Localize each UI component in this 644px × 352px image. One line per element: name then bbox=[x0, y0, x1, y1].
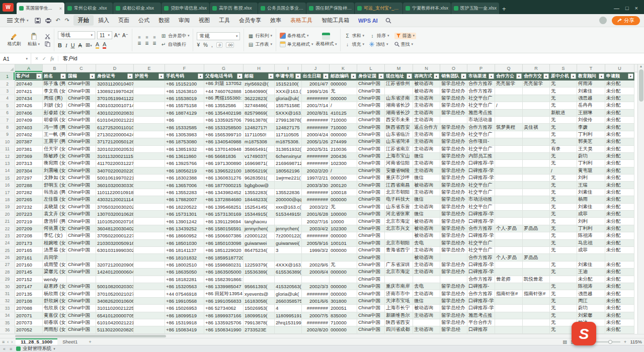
cell[interactable]: 刘晨曦 (女 bbox=[43, 167, 67, 174]
user-avatar[interactable] bbox=[599, 17, 607, 24]
cell[interactable]: 15152100( bbox=[275, 80, 302, 87]
header-cell[interactable]: 护照号▾ bbox=[134, 72, 165, 80]
cell[interactable]: 207369 bbox=[15, 153, 43, 160]
cell[interactable] bbox=[523, 87, 550, 95]
cell[interactable]: ziyi5692@( bbox=[244, 80, 275, 87]
cell[interactable]: 留学总经办 bbox=[440, 261, 467, 269]
cell[interactable]: ######## bbox=[302, 196, 330, 203]
cell[interactable]: 王丽琳 bbox=[577, 110, 605, 117]
cell[interactable]: 无 bbox=[550, 153, 577, 160]
cell[interactable]: 杨欣雨 (女 bbox=[43, 290, 67, 297]
menu-tab[interactable]: 视图 bbox=[194, 15, 214, 26]
cell[interactable]: 207219 bbox=[15, 218, 43, 225]
column-header[interactable]: B bbox=[43, 64, 67, 72]
cell[interactable] bbox=[134, 247, 165, 254]
cell[interactable]: 四川省成都 bbox=[385, 326, 413, 333]
cell[interactable]: 无 bbox=[550, 204, 577, 211]
cell[interactable]: 丁利利 bbox=[577, 225, 605, 232]
cell[interactable]: 刘俊伶 bbox=[577, 117, 605, 124]
cell[interactable]: 615536389( bbox=[275, 269, 302, 276]
cell[interactable]: 西安市未来 bbox=[385, 117, 413, 124]
row-number[interactable]: 12 bbox=[0, 153, 15, 160]
cell[interactable] bbox=[605, 254, 634, 261]
column-header[interactable]: U bbox=[605, 64, 634, 72]
cell[interactable] bbox=[495, 146, 523, 153]
cell[interactable]: 210036 bbox=[330, 146, 357, 153]
cell[interactable]: 000000 bbox=[330, 80, 357, 87]
cell[interactable]: +86 19910568 bbox=[165, 298, 204, 305]
cell[interactable]: China中国 bbox=[67, 153, 96, 160]
cell[interactable] bbox=[134, 117, 165, 124]
cell[interactable]: +86 1506607386 bbox=[204, 232, 244, 239]
cell[interactable]: China中国 bbox=[67, 87, 96, 95]
row-number[interactable]: 14 bbox=[0, 167, 15, 174]
cell[interactable]: m1875308. bbox=[275, 138, 302, 145]
cell[interactable]: +86 1877000215 bbox=[204, 182, 244, 189]
cell[interactable]: 无 bbox=[550, 80, 577, 87]
cell[interactable]: 无 bbox=[550, 189, 577, 196]
cell[interactable]: 000000 bbox=[330, 269, 357, 276]
cell[interactable]: 社交平台广 bbox=[467, 240, 495, 247]
cell[interactable]: +86 13053983 bbox=[165, 131, 204, 138]
cell[interactable]: 桂婉唯 (女 bbox=[43, 240, 67, 247]
cell[interactable]: 去电 bbox=[413, 283, 440, 290]
cell[interactable]: 留学总经办 bbox=[440, 269, 467, 276]
cell[interactable]: 留学总经办 bbox=[440, 225, 467, 232]
cell[interactable]: 411702200312270822 bbox=[96, 160, 134, 167]
cell[interactable]: China中国 bbox=[357, 211, 385, 218]
search-icon[interactable] bbox=[385, 18, 391, 24]
cell[interactable]: 15536389( bbox=[244, 269, 275, 276]
cell[interactable]: 被动咨询 bbox=[413, 87, 440, 95]
cell[interactable]: China中国 bbox=[357, 326, 385, 333]
cell[interactable]: 主动咨询 bbox=[413, 95, 440, 102]
filter-button[interactable]: ▾ bbox=[198, 73, 203, 79]
cell[interactable]: 110112200109181419 bbox=[96, 189, 134, 196]
cell[interactable]: 主动咨询 bbox=[413, 269, 440, 276]
format-painter-button[interactable]: 格式刷 bbox=[6, 33, 23, 47]
cell[interactable] bbox=[134, 319, 165, 326]
cell[interactable]: 吴晓慧 (女 bbox=[43, 204, 67, 211]
cell[interactable]: China中国 bbox=[67, 319, 96, 326]
cell[interactable] bbox=[523, 146, 550, 153]
cell[interactable]: 654101200007050581 bbox=[96, 312, 134, 319]
cell[interactable]: 180562196 bbox=[275, 167, 302, 174]
cell[interactable]: 612725200110100019 bbox=[96, 124, 134, 131]
underline-icon[interactable]: U bbox=[71, 42, 75, 48]
cell[interactable] bbox=[134, 196, 165, 203]
cell[interactable] bbox=[96, 254, 134, 261]
cell[interactable] bbox=[244, 254, 275, 261]
cell[interactable]: 000000 bbox=[330, 174, 357, 182]
cell[interactable]: 主动咨询 bbox=[413, 131, 440, 138]
cell[interactable]: 留学总经办 bbox=[440, 131, 467, 138]
cell[interactable]: 207161 bbox=[15, 254, 43, 261]
cell[interactable] bbox=[134, 326, 165, 333]
cell[interactable] bbox=[495, 117, 523, 124]
cell[interactable]: 未分配 bbox=[605, 138, 634, 145]
cell[interactable]: 未分配 bbox=[605, 326, 634, 333]
cell[interactable] bbox=[495, 261, 523, 269]
cell[interactable]: 上海市宝山 bbox=[385, 153, 413, 160]
cell[interactable]: 胡睿琪 (女 bbox=[43, 117, 67, 124]
cell[interactable]: China中国 bbox=[67, 131, 96, 138]
filter-button[interactable]: ▾ bbox=[543, 73, 549, 79]
cell[interactable]: 亮亮留学 bbox=[523, 80, 550, 87]
cell[interactable]: 710000 bbox=[330, 124, 357, 131]
cell[interactable]: 35865491( bbox=[244, 146, 275, 153]
filter-button[interactable]: ▾ bbox=[571, 73, 576, 79]
cell[interactable]: 上海市长宁 bbox=[385, 305, 413, 312]
cell[interactable]: +86 15152100 bbox=[165, 80, 204, 87]
cell[interactable]: 社交平台广 bbox=[467, 95, 495, 102]
cell[interactable]: jennychen( bbox=[275, 225, 302, 232]
cell[interactable]: China中国 bbox=[67, 261, 96, 269]
cell[interactable]: 未分配 bbox=[605, 189, 634, 196]
cell[interactable] bbox=[495, 196, 523, 203]
cell[interactable]: 000000 bbox=[330, 283, 357, 290]
cell[interactable]: +86 田延玲13954 bbox=[204, 290, 244, 297]
cell[interactable]: 未分配 bbox=[605, 131, 634, 138]
cell[interactable]: 郭美芝 bbox=[577, 138, 605, 145]
filter-button[interactable]: ▾ bbox=[599, 73, 604, 79]
cell[interactable]: China中国 bbox=[357, 290, 385, 297]
sheet-tab[interactable]: 11_28_5_1000 bbox=[16, 338, 57, 345]
cell[interactable]: +86 1372884680 bbox=[204, 196, 244, 203]
cell[interactable]: 96283501( bbox=[244, 174, 275, 182]
